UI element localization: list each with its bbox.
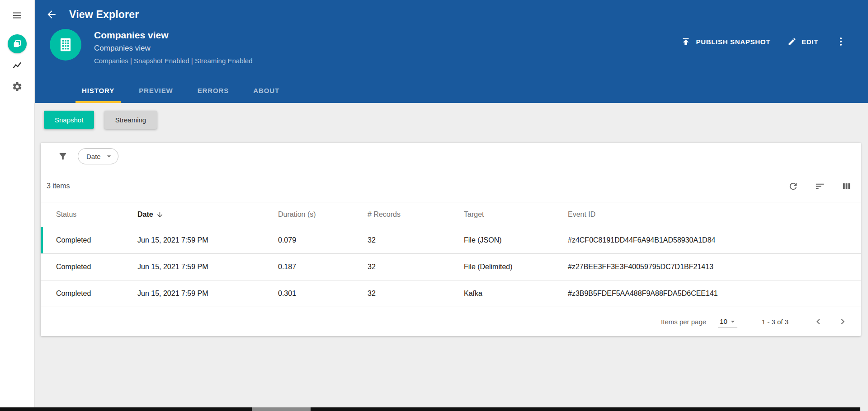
sort-arrow-down-icon [156,211,164,219]
cell-records: 32 [368,236,464,244]
view-avatar [50,29,81,61]
main-area: View Explorer [35,0,868,411]
publish-snapshot-button[interactable]: PUBLISH SNAPSHOT [681,37,770,47]
horizontal-scrollbar[interactable] [0,407,860,411]
cell-duration: 0.301 [278,290,368,298]
date-filter-label: Date [86,153,101,160]
tab-preview[interactable]: PREVIEW [132,78,179,103]
col-header-date[interactable]: Date [137,210,278,219]
col-header-target[interactable]: Target [464,210,568,219]
more-options-button[interactable] [835,36,846,47]
chevron-down-icon [104,152,113,161]
caret-down-icon [728,317,737,326]
edit-button[interactable]: EDIT [788,37,818,46]
filter-bar: Date [41,143,861,170]
hamburger-icon [12,10,23,21]
snapshot-toggle-button[interactable]: Snapshot [44,111,94,129]
mode-toggles: Snapshot Streaming [44,111,861,129]
col-header-event-id[interactable]: Event ID [568,210,852,219]
left-nav [0,0,35,411]
view-subtitle: Companies view [94,44,253,53]
header-actions: PUBLISH SNAPSHOT EDIT [681,36,846,47]
views-icon [12,39,22,49]
cell-records: 32 [368,290,464,298]
items-per-page-select[interactable]: 10 [718,316,737,328]
scrollbar-thumb[interactable] [252,407,311,411]
cell-status: Completed [56,236,137,244]
publish-icon [681,37,691,47]
previous-page-button[interactable] [813,316,824,327]
chevron-left-icon [813,316,824,327]
sort-lines-icon [815,181,825,191]
entity-block: Companies view Companies view Companies … [50,29,253,65]
kebab-menu-icon [835,36,846,47]
cell-target: Kafka [464,290,568,298]
edit-label: EDIT [802,38,818,46]
back-button[interactable] [46,9,57,20]
table-row[interactable]: Completed Jun 15, 2021 7:59 PM 0.079 32 … [41,227,861,254]
line-chart-icon [12,60,23,70]
filter-funnel-icon [58,151,68,161]
content-area: Snapshot Streaming Date 3 items [35,103,868,411]
col-header-records[interactable]: # Records [368,210,464,219]
cell-date: Jun 15, 2021 7:59 PM [137,236,278,244]
pencil-icon [788,37,797,46]
items-per-page-label: Items per page [661,318,706,326]
columns-icon [841,181,852,191]
items-bar: 3 items [41,170,861,202]
header-entity-row: Companies view Companies view Companies … [35,29,868,78]
col-header-duration[interactable]: Duration (s) [278,210,368,219]
sort-button[interactable] [815,181,825,191]
view-meta: Companies | Snapshot Enabled | Streaming… [94,57,253,65]
app-root: View Explorer [0,0,868,411]
filter-button[interactable] [58,151,68,161]
header-top-row: View Explorer [35,0,868,29]
chevron-right-icon [837,316,848,327]
tab-errors[interactable]: ERRORS [191,78,236,103]
tab-bar: HISTORY PREVIEW ERRORS ABOUT [35,78,868,103]
tab-about[interactable]: ABOUT [247,78,286,103]
page-title: View Explorer [69,9,139,21]
settings-nav-button[interactable] [8,81,26,92]
col-header-date-label: Date [137,210,153,219]
view-title: Companies view [94,30,253,41]
cell-status: Completed [56,290,137,298]
page-range-label: 1 - 3 of 3 [762,318,788,326]
refresh-icon [788,181,798,191]
cell-date: Jun 15, 2021 7:59 PM [137,290,278,298]
analytics-nav-button[interactable] [8,60,26,70]
cell-event-id: #z3B9B5FDEF5AA488F9A88FDA5D6CEE141 [568,290,852,298]
building-icon [57,36,74,53]
table-tools [788,181,852,191]
back-arrow-icon [46,9,57,20]
table-row[interactable]: Completed Jun 15, 2021 7:59 PM 0.187 32 … [41,254,861,280]
items-per-page-value: 10 [720,318,727,325]
menu-button[interactable] [8,10,26,21]
cell-date: Jun 15, 2021 7:59 PM [137,263,278,271]
history-table: Status Date Duration (s) # Records Targe… [41,202,861,307]
col-header-status[interactable]: Status [56,210,137,219]
streaming-toggle-button[interactable]: Streaming [104,111,157,129]
cell-status: Completed [56,263,137,271]
views-nav-button[interactable] [8,34,27,53]
table-row[interactable]: Completed Jun 15, 2021 7:59 PM 0.301 32 … [41,280,861,307]
pagination-bar: Items per page 10 1 - 3 of 3 [41,307,861,336]
cell-event-id: #z4CF0C8191DD44F6A94B1AD58930A1D84 [568,236,852,244]
columns-button[interactable] [841,181,852,191]
cell-target: File (JSON) [464,236,568,244]
publish-snapshot-label: PUBLISH SNAPSHOT [696,38,770,46]
next-page-button[interactable] [837,316,848,327]
history-card: Date 3 items [41,143,861,336]
cell-target: File (Delimited) [464,263,568,271]
cell-duration: 0.187 [278,263,368,271]
cell-event-id: #z27BEE3FF3E3F40059795DC7D1BF21413 [568,263,852,271]
cell-records: 32 [368,263,464,271]
items-count: 3 items [47,182,70,190]
date-filter-chip[interactable]: Date [78,148,118,164]
table-header-row: Status Date Duration (s) # Records Targe… [41,202,861,227]
refresh-button[interactable] [788,181,798,191]
app-header: View Explorer [35,0,868,103]
gear-icon [12,81,23,92]
entity-text: Companies view Companies view Companies … [94,29,253,65]
tab-history[interactable]: HISTORY [75,78,121,103]
